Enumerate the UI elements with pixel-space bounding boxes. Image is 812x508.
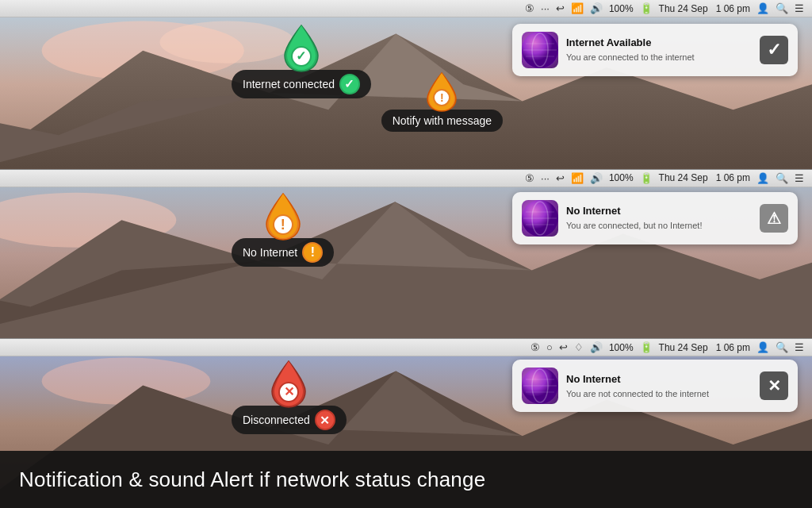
notif-globe-2 (522, 200, 558, 237)
mb-icon-sound: 🔊 (590, 2, 603, 14)
mb-icon-dots: ··· (541, 2, 550, 14)
status-check-1: ✓ (291, 46, 312, 67)
label-check-icon-1: ✓ (339, 74, 360, 94)
mb3-icon-sound: 🔊 (590, 341, 603, 353)
notif-title-1: Internet Available (566, 37, 752, 50)
notif-sub-1: You are connected to the internet (566, 52, 752, 63)
globe-svg-2 (522, 200, 558, 237)
mb2-battery-pct: 100% (609, 172, 634, 183)
globe-svg-1 (522, 32, 558, 68)
notif-text-2: No Internet You are connected, but no In… (566, 205, 752, 231)
mb2-icon-sound: 🔊 (590, 172, 603, 184)
notif-title-2: No Internet (566, 205, 752, 218)
notif-globe-3 (522, 368, 558, 404)
notify-bubble-group: ! Notify with message (381, 71, 503, 132)
teardrop-2: ! (262, 192, 304, 241)
mb2-icon-menu: ☰ (795, 172, 804, 184)
mb-battery-pct: 100% (609, 3, 634, 14)
notif-sub-2: You are connected, but no Internet! (566, 220, 752, 231)
scene-2: ⑤ ··· ↩ 📶 🔊 100% 🔋 Thu 24 Sep 1 06 pm 👤 … (0, 170, 812, 339)
mb-icon-battery: 🔋 (640, 2, 653, 14)
exclaim-icon: ! (433, 89, 450, 106)
status-indicator-3: ✕ Disconnected ✕ (232, 360, 347, 434)
mb3-icon-battery: 🔋 (640, 341, 653, 353)
notif-card-3[interactable]: No Internet You are not connected to the… (512, 360, 798, 412)
notif-card-2[interactable]: No Internet You are connected, but no In… (512, 192, 798, 244)
globe-svg-3 (522, 368, 558, 404)
notif-action-3[interactable]: ✕ (760, 371, 788, 400)
mb2-datetime: Thu 24 Sep 1 06 pm (659, 172, 750, 183)
mb2-icon-wifi: 📶 (571, 172, 584, 184)
mb2-icon-user: 👤 (756, 172, 769, 184)
mb2-icon-5: ⑤ (525, 172, 534, 184)
mb3-icon-search: 🔍 (776, 341, 788, 353)
status-exclaim-2: ! (273, 214, 293, 235)
mb2-icon-search: 🔍 (776, 172, 788, 184)
mb2-icon-dots: ··· (541, 172, 550, 184)
notif-sub-3: You are not connected to the internet (566, 388, 752, 399)
status-label-2: No Internet ! (232, 238, 334, 267)
status-label-text-2: No Internet (243, 246, 297, 259)
status-label-text-1: Internet connected (243, 78, 335, 90)
notif-text-3: No Internet You are not connected to the… (566, 373, 752, 399)
notif-globe-1 (522, 32, 558, 68)
mb3-icon-5: ⑤ (530, 341, 540, 353)
notify-bubble: Notify with message (381, 110, 503, 132)
status-indicator-2: ! No Internet ! (232, 192, 334, 267)
status-label-1: Internet connected ✓ (232, 70, 371, 98)
notif-action-1[interactable]: ✓ (760, 36, 788, 64)
mb-icon-5: ⑤ (525, 2, 534, 14)
label-x-icon-3: ✕ (315, 410, 335, 430)
app-container: ⑤ ··· ↩ 📶 🔊 100% 🔋 Thu 24 Sep 1 06 pm 👤 … (0, 0, 812, 508)
mb3-icon-menu: ☰ (795, 341, 804, 353)
mb2-icon-battery: 🔋 (640, 172, 653, 184)
scene-1: ⑤ ··· ↩ 📶 🔊 100% 🔋 Thu 24 Sep 1 06 pm 👤 … (0, 0, 812, 169)
notif-title-3: No Internet (566, 373, 752, 387)
mb2-icon-undo: ↩ (556, 172, 565, 184)
mb3-datetime: Thu 24 Sep 1 06 pm (659, 342, 750, 353)
menubar-3: ⑤ ○ ↩ ♢ 🔊 100% 🔋 Thu 24 Sep 1 06 pm 👤 🔍 … (0, 339, 812, 356)
mb-icon-user: 👤 (756, 2, 769, 14)
notif-card-1[interactable]: Internet Available You are connected to … (512, 24, 798, 76)
mb-icon-menu: ☰ (795, 2, 804, 14)
mb-icon-undo: ↩ (556, 2, 565, 14)
mb-icon-search: 🔍 (776, 2, 788, 14)
caption-bar: Notification & sound Alert if network st… (0, 451, 812, 508)
notif-text-1: Internet Available You are connected to … (566, 37, 752, 63)
caption-text: Notification & sound Alert if network st… (19, 468, 485, 492)
mb3-icon-user: 👤 (756, 341, 769, 353)
teardrop-orange-small: ! (424, 71, 459, 113)
status-x-3: ✕ (278, 382, 299, 402)
mb3-battery-pct: 100% (609, 342, 634, 353)
notif-action-2[interactable]: ⚠ (760, 204, 788, 233)
status-label-3: Disconnected ✕ (232, 406, 347, 434)
menubar-2: ⑤ ··· ↩ 📶 🔊 100% 🔋 Thu 24 Sep 1 06 pm 👤 … (0, 170, 812, 187)
teardrop-1: ✓ (281, 24, 322, 73)
mb-datetime: Thu 24 Sep 1 06 pm (659, 3, 750, 14)
menubar-1: ⑤ ··· ↩ 📶 🔊 100% 🔋 Thu 24 Sep 1 06 pm 👤 … (0, 0, 812, 17)
mb-icon-wifi: 📶 (571, 2, 584, 14)
teardrop-3: ✕ (268, 360, 309, 409)
label-exclaim-icon-2: ! (302, 242, 323, 263)
mb3-icon-undo: ↩ (559, 341, 568, 353)
mb3-icon-wifi-off: ♢ (574, 341, 584, 353)
status-indicator-1: ✓ Internet connected ✓ (232, 24, 371, 98)
status-label-text-3: Disconnected (243, 414, 310, 426)
notify-bubble-text: Notify with message (393, 114, 492, 127)
mb3-icon-circle: ○ (546, 341, 553, 353)
